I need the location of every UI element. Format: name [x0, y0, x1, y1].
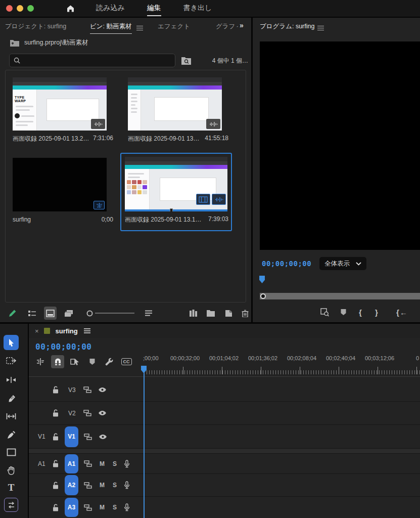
source-patch-label[interactable]: A1: [38, 460, 48, 467]
add-marker-icon[interactable]: [337, 306, 350, 319]
delete-trash-icon[interactable]: [239, 307, 251, 320]
media-thumbnail[interactable]: [13, 158, 107, 211]
track-name[interactable]: V3: [68, 386, 78, 394]
navigate-up-folder-icon[interactable]: [9, 37, 21, 48]
time-ruler[interactable]: [144, 365, 420, 374]
comparison-view-icon[interactable]: [318, 306, 332, 319]
track-lock-icon[interactable]: [52, 460, 59, 467]
media-item-name[interactable]: 画面収録 2025-09-01 13.1…: [125, 215, 201, 224]
timeline-settings-wrench-icon[interactable]: [103, 355, 116, 368]
rectangle-tool[interactable]: [5, 447, 17, 458]
timeline-panel-menu-icon[interactable]: [84, 327, 90, 335]
new-bin-folder-icon[interactable]: [205, 307, 217, 320]
hand-tool[interactable]: [5, 464, 17, 477]
solo-button[interactable]: S: [113, 504, 117, 511]
sequence-tab-label[interactable]: surfing: [56, 327, 78, 335]
ripple-edit-tool[interactable]: [5, 374, 17, 385]
mute-button[interactable]: M: [100, 504, 105, 511]
voiceover-mic-icon[interactable]: [124, 460, 130, 468]
media-item-card[interactable]: TYPE WARP 画面収録 2025-09-01 13.2… 7:31:06: [13, 77, 113, 147]
tab-edit[interactable]: 編集: [147, 1, 161, 16]
breadcrumb[interactable]: surfing.prproj\動画素材: [24, 38, 88, 47]
track-output-eye-icon[interactable]: [98, 387, 107, 393]
program-playhead-marker[interactable]: [259, 276, 265, 283]
media-thumbnail[interactable]: [128, 77, 222, 131]
tab-project[interactable]: プロジェクト: surfing: [5, 22, 66, 31]
icon-view-icon[interactable]: [44, 307, 57, 320]
zoom-level-select[interactable]: 全体表示: [319, 257, 366, 270]
list-view-icon[interactable]: [26, 307, 38, 320]
media-thumbnail[interactable]: TYPE WARP: [13, 77, 107, 131]
track-target-button[interactable]: A1: [65, 454, 78, 473]
sync-lock-icon[interactable]: [84, 434, 92, 440]
playhead-line[interactable]: [144, 373, 145, 518]
sequence-tab[interactable]: × surfing: [29, 324, 420, 338]
media-thumbnail[interactable]: [125, 157, 227, 211]
track-select-forward-tool[interactable]: [5, 355, 17, 366]
source-patch-label[interactable]: V1: [38, 433, 48, 440]
tab-effects[interactable]: エフェクト: [158, 22, 190, 31]
search-box[interactable]: [9, 54, 175, 67]
sync-lock-icon[interactable]: [83, 410, 92, 416]
sync-lock-icon[interactable]: [83, 386, 92, 393]
track-target-button[interactable]: A3: [65, 498, 78, 517]
media-item-name[interactable]: 画面収録 2025-09-01 13…: [128, 135, 199, 143]
close-sequence-icon[interactable]: ×: [35, 327, 39, 335]
program-video-frame[interactable]: [260, 41, 420, 250]
mute-button[interactable]: M: [100, 460, 105, 467]
slider-track[interactable]: [95, 313, 134, 314]
track-lock-icon[interactable]: [52, 482, 59, 489]
linked-selection-icon[interactable]: [68, 355, 81, 368]
video-audio-divider[interactable]: [29, 449, 420, 454]
program-panel-title[interactable]: プログラム: surfing: [260, 22, 314, 31]
thumbnail-scrubber[interactable]: [125, 209, 227, 211]
minimize-window-button[interactable]: [17, 5, 23, 12]
sync-lock-icon[interactable]: [84, 460, 92, 467]
track-lock-icon[interactable]: [52, 386, 59, 394]
timeline-timecode[interactable]: 00;00;00;00: [35, 342, 91, 352]
captions-icon[interactable]: CC: [120, 355, 133, 368]
close-window-button[interactable]: [6, 5, 13, 12]
media-item-name[interactable]: 画面収録 2025-09-01 13.2…: [13, 135, 88, 143]
track-output-eye-icon[interactable]: [98, 410, 107, 416]
tab-graphics[interactable]: グラフィ: [216, 22, 238, 31]
new-item-icon[interactable]: [222, 307, 235, 320]
track-target-button[interactable]: A2: [65, 475, 78, 495]
thumbnail-zoom-slider[interactable]: [86, 310, 134, 317]
maximize-window-button[interactable]: [27, 5, 34, 12]
mark-in-icon[interactable]: {: [354, 306, 367, 319]
search-bin-icon[interactable]: [180, 55, 192, 66]
solo-button[interactable]: S: [113, 460, 117, 467]
program-scrubber-bar[interactable]: [260, 293, 420, 299]
voiceover-mic-icon[interactable]: [124, 503, 130, 511]
tab-overflow-chevron-icon[interactable]: »: [240, 21, 244, 29]
selection-tool[interactable]: [4, 335, 19, 350]
program-timecode[interactable]: 00;00;00;00: [262, 260, 311, 268]
media-item-card[interactable]: 画面収録 2025-09-01 13… 41:55:18: [128, 77, 228, 147]
track-name[interactable]: V2: [68, 410, 78, 417]
voiceover-mic-icon[interactable]: [124, 481, 130, 489]
tab-import[interactable]: 読み込み: [96, 1, 125, 16]
tab-export[interactable]: 書き出し: [183, 1, 212, 16]
media-item-name[interactable]: surfing: [13, 216, 31, 223]
sort-icon[interactable]: [143, 307, 155, 320]
track-output-eye-icon[interactable]: [99, 434, 107, 440]
search-input[interactable]: [23, 57, 171, 64]
snap-magnet-icon[interactable]: [51, 355, 64, 368]
solo-button[interactable]: S: [113, 482, 117, 489]
sync-lock-icon[interactable]: [84, 504, 92, 511]
type-tool[interactable]: T: [5, 482, 17, 494]
track-lock-icon[interactable]: [52, 433, 59, 441]
sync-lock-icon[interactable]: [84, 482, 92, 489]
media-item-card-selected[interactable]: 画面収録 2025-09-01 13.1… 7:39:03: [120, 153, 232, 231]
remix-tool[interactable]: [4, 498, 18, 512]
program-panel-menu-icon[interactable]: [317, 24, 324, 32]
add-marker-icon[interactable]: [85, 355, 99, 368]
tab-bin[interactable]: ビン: 動画素材: [90, 22, 132, 34]
track-target-button[interactable]: V1: [65, 426, 78, 447]
track-lock-icon[interactable]: [52, 409, 59, 417]
bin-panel-menu-icon[interactable]: [136, 24, 143, 32]
writable-pencil-icon[interactable]: [6, 307, 19, 320]
mute-button[interactable]: M: [100, 482, 105, 489]
razor-tool[interactable]: [5, 393, 17, 404]
